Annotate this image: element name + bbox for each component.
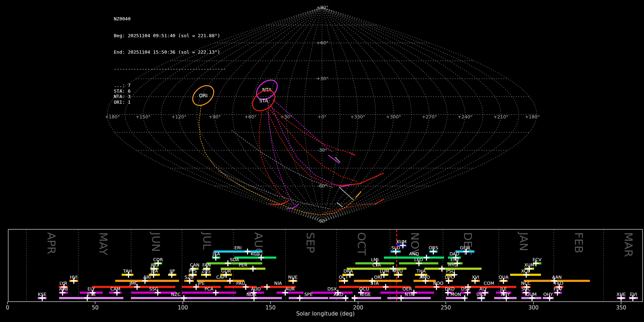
lat-label: -30° — [317, 147, 327, 153]
peak-marker-NIA — [264, 284, 269, 289]
month-label-JUN: JUN — [150, 231, 162, 252]
shower-label-ORI: ORI — [374, 274, 382, 280]
shower-label-LYR: LYR — [59, 280, 67, 286]
shower-bar-SDA — [206, 262, 262, 264]
shower-bar-DSX — [311, 292, 353, 294]
shower-label-DSV: DSV — [461, 286, 471, 292]
count-line-ORI: ORI: 1 — [114, 99, 226, 105]
lat-label: -90° — [317, 219, 327, 224]
shower-label-AHY: AHY — [501, 292, 510, 297]
shower-label-OCT: OCT — [339, 274, 348, 280]
x-tick-label: 150 — [265, 304, 276, 311]
x-tick-label: 200 — [353, 304, 364, 311]
shower-OHY: OHY — [543, 292, 553, 301]
shower-ZCS: ZCS — [201, 268, 211, 277]
station-id: NZ0040 — [114, 16, 226, 22]
peak-marker-PCA — [213, 290, 218, 295]
shower-label-DKD: DKD — [445, 286, 454, 292]
shower-TAH: TAH — [122, 268, 133, 277]
x-tick-label: 300 — [528, 304, 539, 311]
shower-label-AMO: AMO — [419, 274, 430, 280]
shower-EVI: EVI — [629, 292, 638, 301]
meteor-trail-solid — [361, 173, 384, 183]
peak-marker-ERI — [245, 249, 250, 254]
lon-label: +330° — [350, 114, 365, 119]
row-green: CORSDALMILEOEHYECV — [153, 257, 542, 266]
shower-label-HYD: HYD — [448, 262, 458, 268]
row-red: LYRJMCJPEPAUNIASTANOOCOMNCCFED — [59, 280, 564, 289]
shower-label-THA: THA — [416, 268, 426, 274]
shower-counts: ...: 7STA: 6NTA: 3ORI: 1 — [114, 83, 226, 105]
shower-label-KCG: KCG — [251, 251, 260, 257]
peak-marker-MON — [462, 296, 467, 301]
shower-label-TAH: TAH — [123, 268, 132, 274]
shower-bar-KCG — [234, 257, 276, 259]
shower-label-GUM: GUM — [526, 292, 537, 297]
shower-label-AUR: AUR — [285, 286, 295, 292]
shower-label-SSG: SSG — [149, 286, 158, 292]
shower-label-NTA: NTA — [405, 292, 414, 297]
shower-label-EGE: EGE — [362, 292, 371, 297]
shower-label-ELY: ELY — [88, 286, 95, 292]
peak-marker-NTA — [399, 296, 404, 301]
shower-FEV: FEV — [554, 286, 562, 295]
shower-label-AUD: AUD — [251, 286, 261, 292]
shower-SLD: SLD — [391, 245, 401, 254]
count-line-NTA: NTA: 3 — [114, 94, 226, 99]
radiant-map-page: { "header": { "station": "NZ0040", "beg_… — [0, 0, 644, 322]
x-tick-label: 0 — [6, 304, 9, 311]
shower-bar-STA — [339, 286, 410, 288]
month-label-MAR: MAR — [622, 232, 635, 257]
shower-label-NCC: NCC — [521, 280, 531, 286]
shower-label-CAM: CAM — [111, 286, 121, 292]
meteor-trail-solid — [375, 199, 384, 204]
month-label-APR: APR — [45, 232, 58, 254]
lon-label: +180° — [525, 114, 540, 119]
shower-label-NZC: NZC — [171, 292, 181, 297]
end-time: End: 20251104 15:50:36 (sol = 222.13°) — [114, 49, 226, 55]
shower-label-LMI: LMI — [371, 257, 379, 262]
meteor-trail-dotted — [270, 107, 348, 152]
x-tick-label: 50 — [92, 304, 98, 311]
lat-label: +60° — [316, 40, 328, 45]
shower-label-DAD: DAD — [449, 251, 459, 257]
shower-JXA: JXA — [212, 251, 220, 260]
shower-NUE: NUE — [288, 274, 297, 283]
row-violet: KSEETANZCNDASPEARDEGENTAMONURSAHYGUMOHYX… — [38, 292, 638, 301]
peak-marker-EGE — [352, 296, 357, 301]
lat-label: +90° — [316, 5, 328, 10]
lon-label: +90° — [209, 114, 221, 119]
header-separator: ---------------------------------------- — [114, 66, 226, 72]
lon-label: +300° — [386, 114, 401, 119]
month-label-MAY: MAY — [97, 232, 110, 255]
month-label-SEP: SEP — [304, 232, 317, 253]
shower-AVB: AVB — [59, 286, 68, 295]
shower-label-DPC: DPC — [445, 274, 454, 280]
shower-label-AVB: AVB — [59, 286, 68, 292]
shower-label-GEM: GEM — [460, 245, 470, 250]
shower-DSV: DSV — [460, 286, 471, 295]
shower-label-JEA: JEA — [150, 268, 158, 274]
shower-label-NDA: NDA — [247, 292, 257, 297]
shower-label-OHY: OHY — [543, 292, 553, 297]
shower-label-ALY: ALY — [479, 286, 487, 292]
shower-label-NOO: NOO — [433, 280, 443, 286]
lon-label: +210° — [493, 114, 508, 119]
meteor-trail-solid — [287, 204, 298, 209]
shower-URS: URS — [477, 292, 486, 301]
peak-marker-ARD — [343, 296, 348, 301]
meteor-trail-dotted — [232, 131, 333, 188]
lon-label: +270° — [422, 114, 437, 119]
lat-label: -60° — [317, 183, 327, 189]
shower-bar-AUR — [277, 292, 303, 294]
shower-label-DRA: DRA — [343, 268, 353, 274]
shower-label-ARI: ARI — [143, 274, 151, 280]
shower-label-XCB: XCB — [521, 268, 530, 274]
lon-label: +60° — [244, 114, 257, 119]
shower-label-PSU: PSU — [446, 268, 455, 274]
shower-XHE: XHE — [616, 292, 626, 301]
shower-SZC: SZC — [184, 274, 194, 283]
peak-marker-CAP — [228, 278, 233, 283]
meteor-trail-solid — [339, 187, 353, 200]
shower-bar-JPE — [182, 286, 221, 288]
